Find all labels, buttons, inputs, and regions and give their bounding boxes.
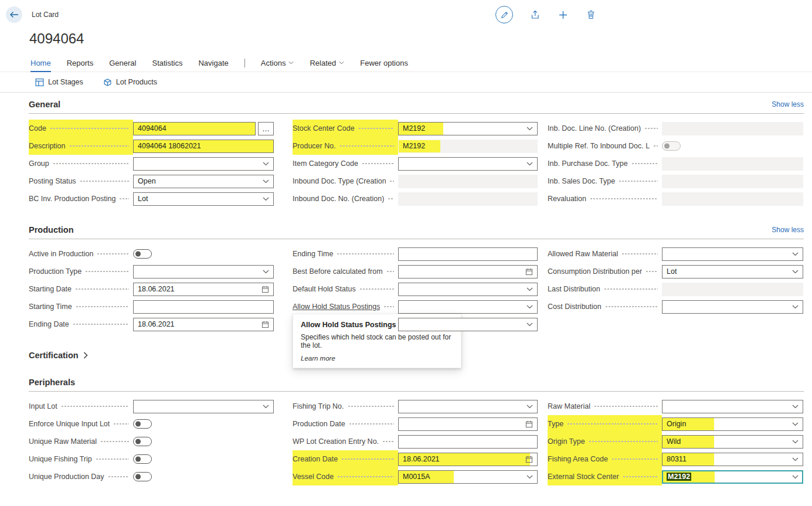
- delete-button[interactable]: [585, 6, 597, 23]
- field-code-assist-button[interactable]: …: [258, 122, 274, 135]
- field-control: [398, 283, 538, 296]
- tab-statistics[interactable]: Statistics: [152, 54, 182, 72]
- dotted-leader: [75, 288, 129, 290]
- show-less-link[interactable]: Show less: [772, 226, 804, 234]
- tab-general[interactable]: General: [109, 54, 136, 72]
- field-fishing-area-code-select[interactable]: 80311: [662, 453, 803, 466]
- field-stock-center-code-select[interactable]: M2192: [398, 122, 538, 135]
- section-title-production[interactable]: Production: [29, 225, 74, 235]
- field-raw-material-select[interactable]: [662, 400, 803, 413]
- dotted-leader: [76, 305, 129, 308]
- field-cost-distribution-select[interactable]: [662, 300, 803, 314]
- dotted-leader: [113, 423, 129, 425]
- field-bc-inv-production-posting-select[interactable]: Lot: [133, 192, 274, 206]
- lot-stages-button[interactable]: Lot Stages: [35, 78, 83, 87]
- field-allowed-raw-material-select[interactable]: [662, 247, 803, 261]
- label-group: BC Inv. Production Posting: [29, 190, 133, 208]
- field-row-active-in-production: Active in Production: [29, 245, 274, 263]
- tab-fewer-options[interactable]: Fewer options: [360, 54, 408, 72]
- label-group: WP Lot Creation Entry No.: [293, 433, 398, 450]
- edit-pencil-icon: [500, 11, 509, 19]
- field-allow-hold-status-postings-label[interactable]: Allow Hold Status Postings: [293, 303, 380, 311]
- field-control: [398, 175, 538, 188]
- lot-products-button[interactable]: Lot Products: [103, 78, 157, 87]
- field-row-origin-type: Origin TypeWild: [548, 433, 803, 450]
- section-title-certification[interactable]: Certification: [29, 351, 79, 360]
- field-production-date-label: Production Date: [293, 420, 345, 428]
- section-header: Peripherals: [29, 378, 804, 392]
- section-title-general[interactable]: General: [29, 100, 60, 109]
- field-fishing-trip-no-label: Fishing Trip No.: [293, 402, 344, 410]
- field-control: [133, 454, 274, 464]
- dotted-leader: [653, 145, 658, 147]
- field-code-input[interactable]: 4094064: [133, 122, 256, 135]
- field-production-type-select[interactable]: [133, 265, 274, 279]
- field-control: Origin: [662, 417, 803, 431]
- field-description-input[interactable]: 4094064 18062021: [133, 140, 274, 153]
- section-title-group: Peripherals: [29, 378, 75, 387]
- field-group-label: Group: [29, 159, 49, 168]
- field-default-hold-status-label: Default Hold Status: [293, 285, 356, 293]
- field-row-wp-lot-creation-entry-no: WP Lot Creation Entry No.: [293, 433, 538, 450]
- share-button[interactable]: [528, 6, 541, 23]
- field-default-hold-status-select[interactable]: [398, 283, 538, 296]
- field-control: M2192: [398, 122, 538, 135]
- field-type-select[interactable]: Origin: [662, 417, 803, 431]
- field-unique-fishing-trip-toggle[interactable]: [133, 454, 152, 464]
- chevron-down-icon: [288, 61, 294, 64]
- tab-navigate[interactable]: Navigate: [198, 54, 228, 72]
- field-wp-lot-creation-entry-no-input[interactable]: [398, 435, 538, 449]
- field-allow-hold-status-postings-select[interactable]: [398, 300, 538, 314]
- field-multiple-ref-to-inbound-doc-l-toggle[interactable]: [662, 141, 681, 151]
- tab-home[interactable]: Home: [30, 54, 51, 72]
- field-active-in-production-toggle[interactable]: [133, 249, 152, 259]
- field-starting-time-input[interactable]: [133, 300, 274, 314]
- share-icon: [530, 10, 540, 19]
- new-button[interactable]: [556, 6, 569, 23]
- field-item-category-code-select[interactable]: [398, 157, 538, 171]
- field-row-production-date: Production Date: [293, 415, 538, 433]
- label-group: Inb. Sales Doc. Type: [548, 172, 662, 190]
- section-title-peripherals[interactable]: Peripherals: [29, 378, 75, 387]
- back-button[interactable]: [6, 6, 22, 23]
- field-consumption-distribution-per-select[interactable]: Lot: [662, 265, 803, 279]
- chevron-down-icon: [792, 475, 799, 479]
- field-vessel-code-select[interactable]: M0015A: [398, 470, 538, 484]
- field-input-lot-select[interactable]: [133, 400, 274, 413]
- dotted-leader: [69, 145, 129, 147]
- field-cost-distribution-label: Cost Distribution: [548, 303, 602, 311]
- field-inbound-doc-type-creation-label: Inbound Doc. Type (Creation): [293, 177, 386, 185]
- field-value: Lot: [138, 195, 263, 203]
- field-origin-type-select[interactable]: Wild: [662, 435, 803, 449]
- field-ending-date-date-input[interactable]: 18.06.2021: [133, 318, 274, 331]
- field-row-best-before-calculated-from: Best Before calculated from: [293, 263, 538, 280]
- dotted-leader: [85, 270, 129, 273]
- field-allowed-raw-material-label: Allowed Raw Material: [548, 250, 618, 258]
- field-production-date-date-input[interactable]: [398, 417, 538, 431]
- edit-button[interactable]: [495, 6, 513, 23]
- field-starting-date-date-input[interactable]: 18.06.2021: [133, 283, 274, 296]
- field-row-type: TypeOrigin: [548, 415, 803, 433]
- show-less-link[interactable]: Show less: [772, 100, 804, 108]
- field-external-stock-center-select[interactable]: M2192: [662, 470, 803, 484]
- field-ending-time-input[interactable]: [398, 247, 538, 261]
- field-group-select[interactable]: [133, 157, 274, 171]
- field-fishing-trip-no-select[interactable]: [398, 400, 538, 413]
- tab-related[interactable]: Related: [310, 54, 344, 72]
- tab-reports[interactable]: Reports: [67, 54, 94, 72]
- chevron-down-icon: [526, 405, 533, 409]
- calendar-icon: [261, 286, 269, 293]
- field-fishing-area-code-label: Fishing Area Code: [548, 455, 608, 463]
- tab-actions[interactable]: Actions: [261, 54, 294, 72]
- field-best-before-calculated-from-date-input[interactable]: [398, 265, 538, 279]
- field-creation-date-date-input[interactable]: 18.06.2021: [398, 453, 538, 466]
- field-enforce-unique-input-lot-toggle[interactable]: [133, 419, 152, 429]
- section-production: ProductionShow lessActive in ProductionP…: [29, 225, 804, 333]
- field-row-multiple-ref-to-inbound-doc-l: Multiple Ref. To Inbound Doc. L...: [548, 137, 803, 155]
- field-unique-raw-material-toggle[interactable]: [133, 437, 152, 446]
- field-unique-production-day-toggle[interactable]: [133, 472, 152, 481]
- tooltip-learn-more-link[interactable]: Learn more: [301, 355, 453, 362]
- field-posting-status-select[interactable]: Open: [133, 175, 274, 188]
- field-last-distribution-label: Last Distribution: [548, 285, 600, 293]
- field-field-select[interactable]: [398, 318, 538, 331]
